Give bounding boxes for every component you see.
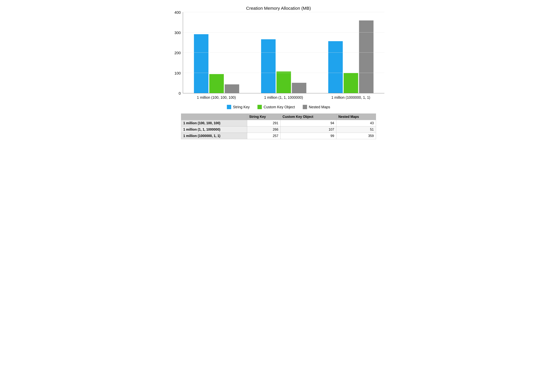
grid-line	[183, 52, 384, 53]
table-cell: 94	[280, 120, 336, 126]
bar-groups	[183, 12, 384, 93]
x-tick-label: 1 million (1, 1, 1000000)	[250, 95, 317, 100]
table-header-row: String Key Custom Key Object Nested Maps	[181, 114, 376, 120]
bar	[194, 34, 208, 93]
chart-area: 0100200300400	[173, 12, 384, 93]
table-cell: 99	[280, 133, 336, 139]
table-row-header: 1 million (1, 1, 1000000)	[181, 126, 247, 133]
legend-label: String Key	[233, 105, 250, 109]
bar	[277, 72, 291, 93]
legend: String KeyCustom Key ObjectNested Maps	[173, 105, 384, 109]
x-tick-label: 1 million (1000000, 1, 1)	[317, 95, 384, 100]
bar-group	[317, 12, 384, 93]
plot-area	[183, 12, 384, 93]
y-axis: 0100200300400	[173, 12, 183, 93]
y-tick-label: 200	[174, 51, 181, 55]
bar	[261, 39, 276, 93]
grid-line	[183, 73, 384, 73]
table-row: 1 million (100, 100, 100)2919443	[181, 120, 376, 126]
table-col-header: Nested Maps	[336, 114, 376, 120]
legend-swatch	[227, 105, 231, 109]
grid-line	[183, 32, 384, 32]
table-cell: 291	[247, 120, 280, 126]
table-cell: 266	[247, 126, 280, 133]
legend-item: Nested Maps	[303, 105, 330, 109]
y-tick-label: 100	[174, 71, 181, 75]
legend-label: Custom Key Object	[263, 105, 295, 109]
table-cell: 107	[280, 126, 336, 133]
table-row-header: 1 million (1000000, 1, 1)	[181, 133, 247, 139]
legend-swatch	[303, 105, 307, 109]
table-row: 1 million (1000000, 1, 1)25799359	[181, 133, 376, 139]
legend-item: String Key	[227, 105, 250, 109]
y-tick-label: 0	[179, 91, 181, 96]
x-tick-label: 1 million (100, 100, 100)	[183, 95, 250, 100]
y-tick-label: 400	[174, 10, 181, 15]
legend-swatch	[257, 105, 262, 109]
table-col-header: Custom Key Object	[280, 114, 336, 120]
bar	[328, 41, 343, 93]
table-cell: 257	[247, 133, 280, 139]
bar	[225, 84, 239, 93]
bar	[292, 83, 306, 93]
chart-container: Creation Memory Allocation (MB) 01002003…	[173, 6, 384, 139]
y-tick-label: 300	[174, 31, 181, 35]
bar	[359, 20, 374, 93]
bar	[344, 73, 358, 93]
bar-group	[250, 12, 317, 93]
legend-label: Nested Maps	[309, 105, 330, 109]
x-axis-labels: 1 million (100, 100, 100)1 million (1, 1…	[183, 95, 384, 100]
table-cell: 359	[336, 133, 376, 139]
table-corner-cell	[181, 114, 247, 120]
bar-group	[183, 12, 250, 93]
table-col-header: String Key	[247, 114, 280, 120]
table-row: 1 million (1, 1, 1000000)26610751	[181, 126, 376, 133]
table-cell: 43	[336, 120, 376, 126]
table-row-header: 1 million (100, 100, 100)	[181, 120, 247, 126]
legend-item: Custom Key Object	[257, 105, 295, 109]
table-cell: 51	[336, 126, 376, 133]
chart-title: Creation Memory Allocation (MB)	[173, 6, 384, 11]
bar	[209, 74, 224, 93]
data-table: String Key Custom Key Object Nested Maps…	[181, 113, 376, 139]
